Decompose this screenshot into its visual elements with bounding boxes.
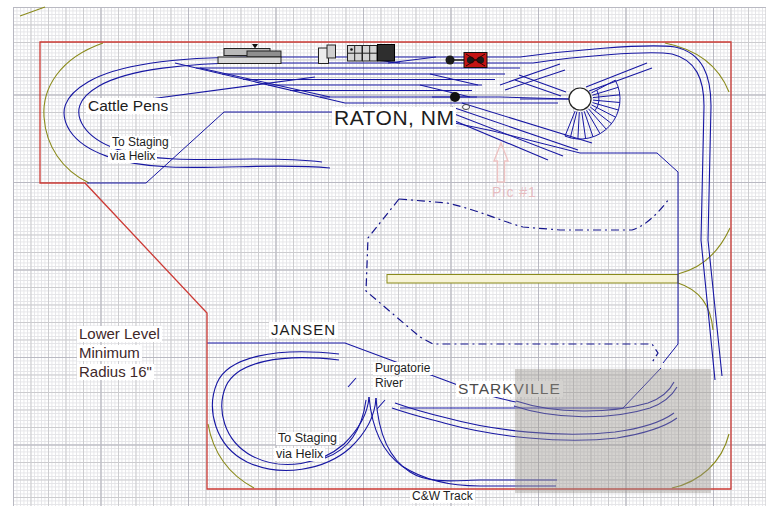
label-lower-level-1: Lower Level xyxy=(77,326,162,342)
windmill-icon xyxy=(446,53,488,68)
label-purgatorie-1: Purgatorie xyxy=(373,362,432,375)
label-jansen: JANSEN xyxy=(269,322,338,338)
label-raton-nm: RATON, NM xyxy=(332,107,456,129)
label-staging-lower-2: via Helix xyxy=(274,448,325,461)
label-lower-level-3: Radius 16" xyxy=(77,364,154,380)
turntable xyxy=(569,88,591,110)
photo-overlay-rectangle xyxy=(515,369,711,493)
label-staging-upper-1: To Staging xyxy=(110,136,171,149)
label-staging-upper-2: via Helix xyxy=(108,150,157,163)
pic-arrow-icon xyxy=(494,143,508,182)
label-purgatorie-2: River xyxy=(373,377,405,390)
river-rectangle xyxy=(387,275,678,284)
label-cattle-pens: Cattle Pens xyxy=(86,98,170,114)
roundhouse-fan xyxy=(565,80,620,139)
station-buildings xyxy=(218,44,395,64)
label-pic-marker: Pic #1 xyxy=(490,185,539,200)
label-cw-track: C&W Track xyxy=(410,490,475,503)
label-staging-lower-1: To Staging xyxy=(276,432,339,445)
label-lower-level-2: Minimum xyxy=(77,345,142,361)
track-plan-page: Cattle Pens To Staging via Helix RATON, … xyxy=(0,0,772,513)
